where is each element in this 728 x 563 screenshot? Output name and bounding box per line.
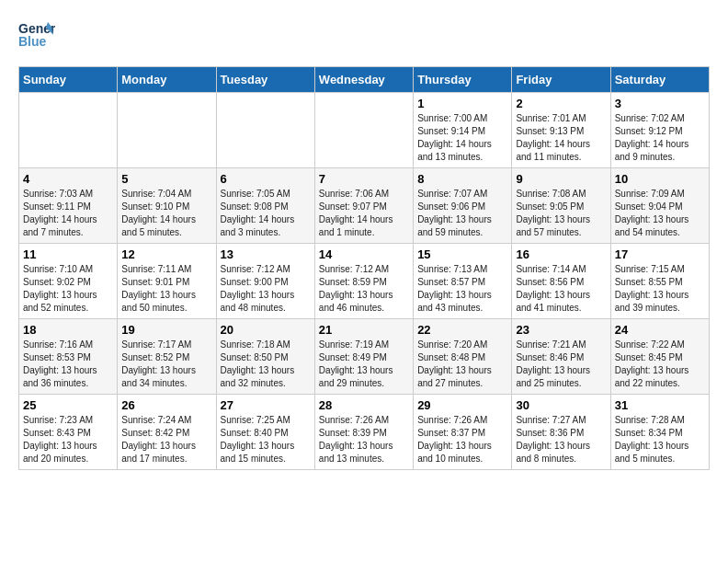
- calendar-cell: 9Sunrise: 7:08 AM Sunset: 9:05 PM Daylig…: [512, 168, 610, 244]
- day-info: Sunrise: 7:03 AM Sunset: 9:11 PM Dayligh…: [23, 188, 113, 239]
- weekday-header-wednesday: Wednesday: [314, 67, 413, 93]
- day-info: Sunrise: 7:09 AM Sunset: 9:04 PM Dayligh…: [615, 188, 705, 239]
- day-number: 11: [23, 247, 113, 261]
- day-number: 5: [121, 172, 211, 186]
- day-info: Sunrise: 7:04 AM Sunset: 9:10 PM Dayligh…: [121, 188, 211, 239]
- calendar-table: SundayMondayTuesdayWednesdayThursdayFrid…: [18, 66, 710, 470]
- day-number: 17: [615, 247, 705, 261]
- day-number: 4: [23, 172, 113, 186]
- day-number: 6: [221, 172, 311, 186]
- day-number: 30: [516, 398, 606, 412]
- day-number: 12: [121, 247, 211, 261]
- calendar-cell: 26Sunrise: 7:24 AM Sunset: 8:42 PM Dayli…: [118, 395, 216, 470]
- day-number: 18: [23, 323, 113, 337]
- calendar-cell: [216, 93, 314, 168]
- page-header: General Blue: [18, 18, 710, 52]
- day-number: 23: [516, 323, 606, 337]
- calendar-cell: 14Sunrise: 7:12 AM Sunset: 8:59 PM Dayli…: [314, 244, 413, 319]
- calendar-cell: 19Sunrise: 7:17 AM Sunset: 8:52 PM Dayli…: [118, 319, 216, 395]
- day-info: Sunrise: 7:21 AM Sunset: 8:46 PM Dayligh…: [516, 339, 606, 390]
- calendar-cell: [118, 93, 216, 168]
- calendar-cell: 21Sunrise: 7:19 AM Sunset: 8:49 PM Dayli…: [314, 319, 413, 395]
- calendar-cell: [19, 93, 118, 168]
- day-info: Sunrise: 7:06 AM Sunset: 9:07 PM Dayligh…: [319, 188, 409, 239]
- calendar-cell: 12Sunrise: 7:11 AM Sunset: 9:01 PM Dayli…: [118, 244, 216, 319]
- day-number: 2: [516, 97, 606, 110]
- calendar-cell: 22Sunrise: 7:20 AM Sunset: 8:48 PM Dayli…: [414, 319, 512, 395]
- day-number: 13: [221, 247, 311, 261]
- weekday-header-monday: Monday: [118, 67, 216, 93]
- calendar-cell: 31Sunrise: 7:28 AM Sunset: 8:34 PM Dayli…: [610, 395, 709, 470]
- calendar-cell: 1Sunrise: 7:00 AM Sunset: 9:14 PM Daylig…: [414, 93, 512, 168]
- calendar-cell: 7Sunrise: 7:06 AM Sunset: 9:07 PM Daylig…: [314, 168, 413, 244]
- calendar-cell: 16Sunrise: 7:14 AM Sunset: 8:56 PM Dayli…: [512, 244, 610, 319]
- weekday-header-saturday: Saturday: [610, 67, 709, 93]
- day-number: 26: [121, 398, 211, 412]
- day-number: 21: [319, 323, 409, 337]
- calendar-cell: 23Sunrise: 7:21 AM Sunset: 8:46 PM Dayli…: [512, 319, 610, 395]
- calendar-cell: 30Sunrise: 7:27 AM Sunset: 8:36 PM Dayli…: [512, 395, 610, 470]
- logo: General Blue: [18, 18, 55, 52]
- calendar-cell: 18Sunrise: 7:16 AM Sunset: 8:53 PM Dayli…: [19, 319, 118, 395]
- day-info: Sunrise: 7:24 AM Sunset: 8:42 PM Dayligh…: [121, 414, 211, 465]
- day-info: Sunrise: 7:20 AM Sunset: 8:48 PM Dayligh…: [417, 339, 507, 390]
- calendar-cell: 2Sunrise: 7:01 AM Sunset: 9:13 PM Daylig…: [512, 93, 610, 168]
- day-info: Sunrise: 7:16 AM Sunset: 8:53 PM Dayligh…: [23, 339, 113, 390]
- day-info: Sunrise: 7:15 AM Sunset: 8:55 PM Dayligh…: [615, 263, 705, 315]
- weekday-header-tuesday: Tuesday: [216, 67, 314, 93]
- calendar-cell: 29Sunrise: 7:26 AM Sunset: 8:37 PM Dayli…: [414, 395, 512, 470]
- day-info: Sunrise: 7:00 AM Sunset: 9:14 PM Dayligh…: [417, 112, 507, 164]
- calendar-cell: 17Sunrise: 7:15 AM Sunset: 8:55 PM Dayli…: [610, 244, 709, 319]
- day-number: 10: [615, 172, 705, 186]
- calendar-cell: 8Sunrise: 7:07 AM Sunset: 9:06 PM Daylig…: [414, 168, 512, 244]
- day-info: Sunrise: 7:10 AM Sunset: 9:02 PM Dayligh…: [23, 263, 113, 315]
- day-number: 24: [615, 323, 705, 337]
- day-number: 27: [221, 398, 311, 412]
- day-number: 16: [516, 247, 606, 261]
- day-number: 8: [417, 172, 507, 186]
- calendar-cell: 4Sunrise: 7:03 AM Sunset: 9:11 PM Daylig…: [19, 168, 118, 244]
- day-info: Sunrise: 7:12 AM Sunset: 8:59 PM Dayligh…: [319, 263, 409, 315]
- calendar-cell: 25Sunrise: 7:23 AM Sunset: 8:43 PM Dayli…: [19, 395, 118, 470]
- day-number: 22: [417, 323, 507, 337]
- day-info: Sunrise: 7:22 AM Sunset: 8:45 PM Dayligh…: [615, 339, 705, 390]
- day-info: Sunrise: 7:13 AM Sunset: 8:57 PM Dayligh…: [417, 263, 507, 315]
- day-number: 25: [23, 398, 113, 412]
- day-number: 28: [319, 398, 409, 412]
- day-number: 19: [121, 323, 211, 337]
- day-number: 7: [319, 172, 409, 186]
- calendar-cell: 28Sunrise: 7:26 AM Sunset: 8:39 PM Dayli…: [314, 395, 413, 470]
- calendar-cell: 11Sunrise: 7:10 AM Sunset: 9:02 PM Dayli…: [19, 244, 118, 319]
- day-info: Sunrise: 7:17 AM Sunset: 8:52 PM Dayligh…: [121, 339, 211, 390]
- calendar-cell: [314, 93, 413, 168]
- day-info: Sunrise: 7:08 AM Sunset: 9:05 PM Dayligh…: [516, 188, 606, 239]
- day-info: Sunrise: 7:26 AM Sunset: 8:37 PM Dayligh…: [417, 414, 507, 465]
- day-info: Sunrise: 7:25 AM Sunset: 8:40 PM Dayligh…: [221, 414, 311, 465]
- weekday-header-sunday: Sunday: [19, 67, 118, 93]
- day-info: Sunrise: 7:05 AM Sunset: 9:08 PM Dayligh…: [221, 188, 311, 239]
- day-number: 9: [516, 172, 606, 186]
- calendar-cell: 15Sunrise: 7:13 AM Sunset: 8:57 PM Dayli…: [414, 244, 512, 319]
- day-info: Sunrise: 7:11 AM Sunset: 9:01 PM Dayligh…: [121, 263, 211, 315]
- calendar-cell: 20Sunrise: 7:18 AM Sunset: 8:50 PM Dayli…: [216, 319, 314, 395]
- weekday-header-friday: Friday: [512, 67, 610, 93]
- calendar-cell: 27Sunrise: 7:25 AM Sunset: 8:40 PM Dayli…: [216, 395, 314, 470]
- day-number: 31: [615, 398, 705, 412]
- calendar-cell: 13Sunrise: 7:12 AM Sunset: 9:00 PM Dayli…: [216, 244, 314, 319]
- calendar-cell: 10Sunrise: 7:09 AM Sunset: 9:04 PM Dayli…: [610, 168, 709, 244]
- calendar-cell: 6Sunrise: 7:05 AM Sunset: 9:08 PM Daylig…: [216, 168, 314, 244]
- calendar-cell: 5Sunrise: 7:04 AM Sunset: 9:10 PM Daylig…: [118, 168, 216, 244]
- calendar-cell: 24Sunrise: 7:22 AM Sunset: 8:45 PM Dayli…: [610, 319, 709, 395]
- day-info: Sunrise: 7:28 AM Sunset: 8:34 PM Dayligh…: [615, 414, 705, 465]
- day-info: Sunrise: 7:23 AM Sunset: 8:43 PM Dayligh…: [23, 414, 113, 465]
- day-info: Sunrise: 7:18 AM Sunset: 8:50 PM Dayligh…: [221, 339, 311, 390]
- weekday-header-thursday: Thursday: [414, 67, 512, 93]
- day-info: Sunrise: 7:14 AM Sunset: 8:56 PM Dayligh…: [516, 263, 606, 315]
- day-info: Sunrise: 7:19 AM Sunset: 8:49 PM Dayligh…: [319, 339, 409, 390]
- day-info: Sunrise: 7:12 AM Sunset: 9:00 PM Dayligh…: [221, 263, 311, 315]
- svg-text:Blue: Blue: [18, 34, 47, 49]
- day-number: 29: [417, 398, 507, 412]
- day-number: 15: [417, 247, 507, 261]
- calendar-cell: 3Sunrise: 7:02 AM Sunset: 9:12 PM Daylig…: [610, 93, 709, 168]
- day-info: Sunrise: 7:01 AM Sunset: 9:13 PM Dayligh…: [516, 112, 606, 164]
